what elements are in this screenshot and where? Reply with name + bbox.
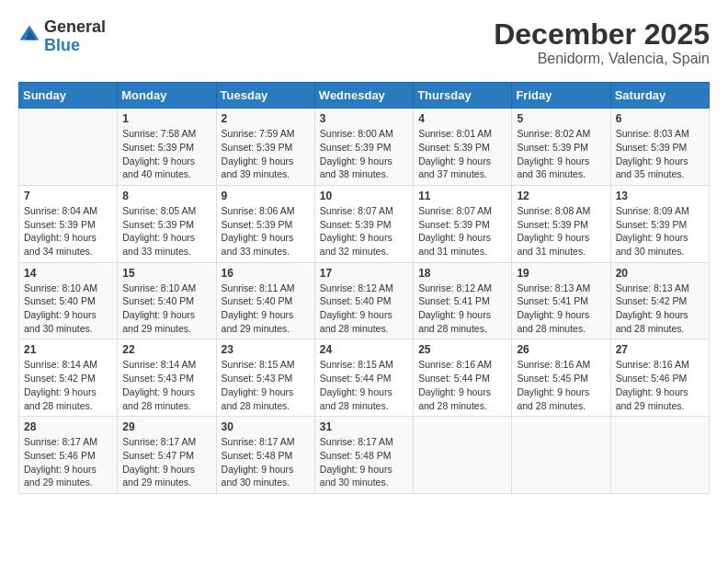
day-info: Sunrise: 8:06 AMSunset: 5:39 PMDaylight:… xyxy=(222,204,310,259)
calendar-cell: 4Sunrise: 8:01 AMSunset: 5:39 PMDaylight… xyxy=(414,109,512,186)
day-number: 24 xyxy=(320,343,408,356)
weekday-header-monday: Monday xyxy=(118,83,216,109)
calendar-week-1: 7Sunrise: 8:04 AMSunset: 5:39 PMDaylight… xyxy=(19,185,710,262)
calendar-cell: 11Sunrise: 8:07 AMSunset: 5:39 PMDayligh… xyxy=(414,185,512,262)
day-info: Sunrise: 8:08 AMSunset: 5:39 PMDaylight:… xyxy=(517,204,605,259)
calendar-cell: 19Sunrise: 8:13 AMSunset: 5:41 PMDayligh… xyxy=(512,262,610,339)
calendar-cell xyxy=(414,417,512,494)
weekday-header-wednesday: Wednesday xyxy=(314,83,413,109)
calendar-cell: 8Sunrise: 8:05 AMSunset: 5:39 PMDaylight… xyxy=(118,185,216,262)
weekday-header-friday: Friday xyxy=(512,83,610,109)
day-number: 6 xyxy=(616,112,704,125)
day-info: Sunrise: 8:04 AMSunset: 5:39 PMDaylight:… xyxy=(24,204,112,259)
day-info: Sunrise: 8:12 AMSunset: 5:41 PMDaylight:… xyxy=(418,282,506,336)
calendar-cell: 21Sunrise: 8:14 AMSunset: 5:42 PMDayligh… xyxy=(19,339,118,417)
day-info: Sunrise: 8:10 AMSunset: 5:40 PMDaylight:… xyxy=(24,282,112,336)
calendar-cell: 30Sunrise: 8:17 AMSunset: 5:48 PMDayligh… xyxy=(216,417,314,494)
calendar-cell: 3Sunrise: 8:00 AMSunset: 5:39 PMDaylight… xyxy=(314,109,413,186)
calendar-cell: 2Sunrise: 7:59 AMSunset: 5:39 PMDaylight… xyxy=(216,109,314,186)
day-number: 21 xyxy=(24,343,112,356)
calendar-table: SundayMondayTuesdayWednesdayThursdayFrid… xyxy=(18,82,710,494)
day-number: 16 xyxy=(222,267,310,280)
logo-general-text: General xyxy=(44,18,106,37)
weekday-header-tuesday: Tuesday xyxy=(216,83,314,109)
day-info: Sunrise: 8:07 AMSunset: 5:39 PMDaylight:… xyxy=(320,204,408,259)
weekday-header-row: SundayMondayTuesdayWednesdayThursdayFrid… xyxy=(19,83,710,109)
day-info: Sunrise: 8:12 AMSunset: 5:40 PMDaylight:… xyxy=(320,282,408,336)
calendar-cell: 29Sunrise: 8:17 AMSunset: 5:47 PMDayligh… xyxy=(118,417,216,494)
calendar-header: SundayMondayTuesdayWednesdayThursdayFrid… xyxy=(19,83,710,109)
calendar-cell: 26Sunrise: 8:16 AMSunset: 5:45 PMDayligh… xyxy=(512,339,610,417)
day-number: 12 xyxy=(517,190,605,202)
title-area: December 2025 Benidorm, Valencia, Spain xyxy=(494,18,710,67)
calendar-week-4: 28Sunrise: 8:17 AMSunset: 5:46 PMDayligh… xyxy=(19,417,710,494)
calendar-week-3: 21Sunrise: 8:14 AMSunset: 5:42 PMDayligh… xyxy=(19,339,710,417)
calendar-cell xyxy=(512,417,610,494)
day-info: Sunrise: 8:16 AMSunset: 5:46 PMDaylight:… xyxy=(616,358,704,412)
day-info: Sunrise: 8:16 AMSunset: 5:44 PMDaylight:… xyxy=(418,358,506,412)
day-number: 13 xyxy=(616,190,704,202)
calendar-cell: 17Sunrise: 8:12 AMSunset: 5:40 PMDayligh… xyxy=(314,262,413,339)
calendar-cell: 20Sunrise: 8:13 AMSunset: 5:42 PMDayligh… xyxy=(610,262,709,339)
calendar-cell: 27Sunrise: 8:16 AMSunset: 5:46 PMDayligh… xyxy=(610,339,709,417)
day-info: Sunrise: 7:59 AMSunset: 5:39 PMDaylight:… xyxy=(222,127,310,181)
logo-icon xyxy=(18,24,40,46)
day-info: Sunrise: 8:17 AMSunset: 5:48 PMDaylight:… xyxy=(320,435,408,489)
day-number: 25 xyxy=(418,343,506,356)
day-number: 5 xyxy=(517,112,605,125)
calendar-cell: 15Sunrise: 8:10 AMSunset: 5:40 PMDayligh… xyxy=(118,262,216,339)
day-number: 23 xyxy=(222,343,310,356)
day-info: Sunrise: 8:17 AMSunset: 5:47 PMDaylight:… xyxy=(122,435,210,489)
calendar-cell: 25Sunrise: 8:16 AMSunset: 5:44 PMDayligh… xyxy=(414,339,512,417)
calendar-cell: 9Sunrise: 8:06 AMSunset: 5:39 PMDaylight… xyxy=(216,185,314,262)
calendar-cell: 1Sunrise: 7:58 AMSunset: 5:39 PMDaylight… xyxy=(118,109,216,186)
day-info: Sunrise: 8:14 AMSunset: 5:42 PMDaylight:… xyxy=(24,358,112,412)
day-number: 1 xyxy=(122,112,210,125)
day-number: 4 xyxy=(418,112,506,125)
calendar-cell: 10Sunrise: 8:07 AMSunset: 5:39 PMDayligh… xyxy=(314,185,413,262)
location-title: Benidorm, Valencia, Spain xyxy=(494,51,710,67)
day-number: 22 xyxy=(122,343,210,356)
day-number: 20 xyxy=(616,267,704,280)
day-number: 30 xyxy=(222,420,310,433)
weekday-header-thursday: Thursday xyxy=(414,83,512,109)
day-info: Sunrise: 8:05 AMSunset: 5:39 PMDaylight:… xyxy=(122,204,210,259)
day-info: Sunrise: 8:00 AMSunset: 5:39 PMDaylight:… xyxy=(320,127,408,181)
weekday-header-sunday: Sunday xyxy=(19,83,118,109)
day-info: Sunrise: 8:02 AMSunset: 5:39 PMDaylight:… xyxy=(517,127,605,181)
day-number: 28 xyxy=(24,420,112,433)
calendar-cell xyxy=(19,109,118,186)
day-number: 15 xyxy=(122,267,210,280)
calendar-cell: 28Sunrise: 8:17 AMSunset: 5:46 PMDayligh… xyxy=(19,417,118,494)
weekday-header-saturday: Saturday xyxy=(610,83,709,109)
day-info: Sunrise: 8:17 AMSunset: 5:46 PMDaylight:… xyxy=(24,435,112,489)
day-number: 14 xyxy=(24,267,112,280)
logo: General Blue xyxy=(18,18,106,55)
day-number: 29 xyxy=(122,420,210,433)
calendar-cell: 6Sunrise: 8:03 AMSunset: 5:39 PMDaylight… xyxy=(610,109,709,186)
calendar-cell: 31Sunrise: 8:17 AMSunset: 5:48 PMDayligh… xyxy=(314,417,413,494)
day-info: Sunrise: 8:13 AMSunset: 5:41 PMDaylight:… xyxy=(517,282,605,336)
calendar-cell: 7Sunrise: 8:04 AMSunset: 5:39 PMDaylight… xyxy=(19,185,118,262)
day-info: Sunrise: 8:16 AMSunset: 5:45 PMDaylight:… xyxy=(517,358,605,412)
calendar-cell: 12Sunrise: 8:08 AMSunset: 5:39 PMDayligh… xyxy=(512,185,610,262)
day-info: Sunrise: 8:15 AMSunset: 5:44 PMDaylight:… xyxy=(320,358,408,412)
day-number: 2 xyxy=(222,112,310,125)
day-info: Sunrise: 8:13 AMSunset: 5:42 PMDaylight:… xyxy=(616,282,704,336)
day-number: 26 xyxy=(517,343,605,356)
day-number: 31 xyxy=(320,420,408,433)
day-info: Sunrise: 8:01 AMSunset: 5:39 PMDaylight:… xyxy=(418,127,506,181)
calendar-cell: 5Sunrise: 8:02 AMSunset: 5:39 PMDaylight… xyxy=(512,109,610,186)
day-info: Sunrise: 8:10 AMSunset: 5:40 PMDaylight:… xyxy=(122,282,210,336)
day-info: Sunrise: 8:03 AMSunset: 5:39 PMDaylight:… xyxy=(616,127,704,181)
calendar-body: 1Sunrise: 7:58 AMSunset: 5:39 PMDaylight… xyxy=(19,109,710,494)
day-info: Sunrise: 7:58 AMSunset: 5:39 PMDaylight:… xyxy=(122,127,210,181)
day-number: 8 xyxy=(122,190,210,202)
day-number: 3 xyxy=(320,112,408,125)
calendar-cell: 22Sunrise: 8:14 AMSunset: 5:43 PMDayligh… xyxy=(118,339,216,417)
calendar-week-2: 14Sunrise: 8:10 AMSunset: 5:40 PMDayligh… xyxy=(19,262,710,339)
day-number: 9 xyxy=(222,190,310,202)
logo-blue-text: Blue xyxy=(44,36,80,54)
day-info: Sunrise: 8:09 AMSunset: 5:39 PMDaylight:… xyxy=(616,204,704,259)
day-number: 7 xyxy=(24,190,112,202)
